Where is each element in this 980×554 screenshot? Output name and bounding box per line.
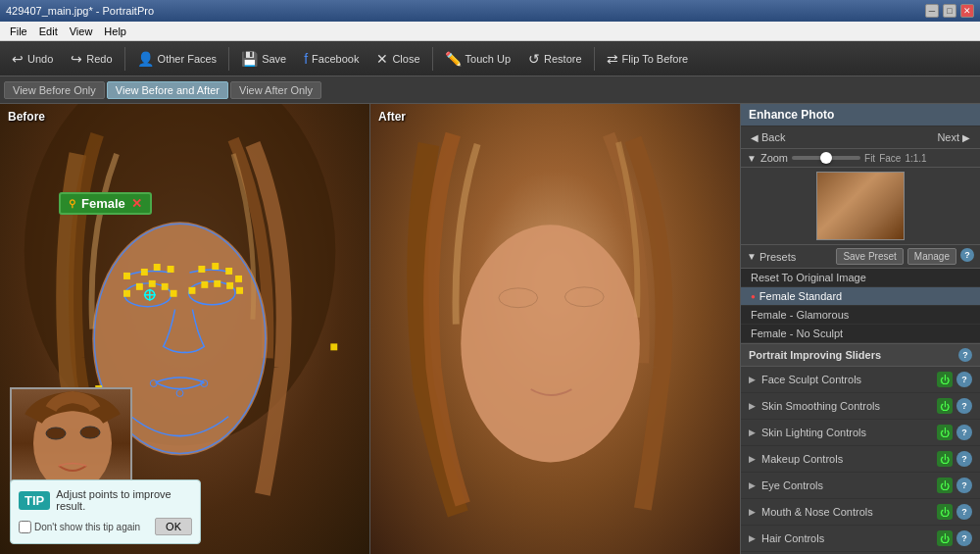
slider-power-button[interactable]: ⏻ [937,425,953,440]
gender-close-icon[interactable]: ✕ [131,196,142,211]
view-before-after-button[interactable]: View Before and After [107,81,228,99]
back-button[interactable]: ◀ Back [747,129,789,145]
close-button[interactable]: ✕ Close [368,45,427,73]
svg-point-18 [145,290,155,300]
slider-help-button[interactable]: ? [956,478,972,493]
zoom-face-label[interactable]: Face [879,153,901,164]
slider-row[interactable]: ▶ Skin Lighting Controls ⏻ ? [741,420,980,446]
preset-item[interactable]: Female - No Sculpt [741,325,980,343]
menu-file[interactable]: File [4,22,33,41]
svg-point-37 [564,287,604,307]
faces-icon: 👤 [137,51,154,67]
tip-dont-show-checkbox[interactable] [19,521,31,533]
slider-row[interactable]: ▶ Skin Smoothing Controls ⏻ ? [741,393,980,420]
slider-row[interactable]: ▶ Face Sculpt Controls ⏻ ? [741,367,980,393]
slider-row[interactable]: ▶ Makeup Controls ⏻ ? [741,446,980,473]
before-image: Before [0,104,369,554]
slider-controls: ⏻ ? [937,372,972,387]
slider-controls: ⏻ ? [937,425,972,440]
zoom-fit-label[interactable]: Fit [864,153,875,164]
facebook-button[interactable]: f Facebook [296,45,367,73]
menu-help[interactable]: Help [98,22,132,41]
svg-rect-13 [123,290,130,297]
svg-rect-12 [235,276,242,282]
redo-button[interactable]: ↪ Redo [63,45,120,73]
zoom-label: Zoom [760,152,788,164]
slider-help-button[interactable]: ? [956,372,972,387]
enhance-header: Enhance Photo [741,104,980,126]
svg-rect-15 [149,280,156,287]
titlebar-controls: ─ □ ✕ [925,4,974,18]
preset-item[interactable]: ●Female Standard [741,287,980,306]
slider-power-button[interactable]: ⏻ [937,530,953,546]
slider-power-button[interactable]: ⏻ [937,478,953,493]
slider-power-button[interactable]: ⏻ [937,398,953,414]
tip-ok-button[interactable]: OK [155,518,192,535]
preset-item[interactable]: Reset To Original Image [741,269,980,287]
presets-help-icon[interactable]: ? [960,248,974,262]
minimize-button[interactable]: ─ [925,4,939,18]
tip-dont-show-label[interactable]: Don't show this tip again [19,521,140,533]
back-arrow-icon: ◀ [751,132,759,143]
titlebar-title: 429407_main.jpg* - PortraitPro [6,5,154,17]
slider-help-button[interactable]: ? [956,451,972,467]
undo-icon: ↩ [12,51,24,67]
slider-controls: ⏻ ? [937,398,972,414]
preset-item-label: Female Standard [760,290,842,302]
slider-name: Skin Smoothing Controls [761,400,937,412]
other-faces-button[interactable]: 👤 Other Faces [129,45,225,73]
preset-item[interactable]: Female - Glamorous [741,306,980,325]
view-after-only-button[interactable]: View After Only [230,81,321,99]
menu-view[interactable]: View [64,22,99,41]
after-label: After [378,110,406,124]
flip-to-before-button[interactable]: ⇄ Flip To Before [599,45,697,73]
enhance-title: Enhance Photo [749,108,834,122]
window-close-button[interactable]: ✕ [960,4,974,18]
save-preset-button[interactable]: Save Preset [836,248,903,265]
zoom-value-label: 1:1.1 [905,153,926,164]
preview-thumbnail [816,172,905,240]
slider-power-button[interactable]: ⏻ [937,372,953,387]
maximize-button[interactable]: □ [943,4,956,18]
slider-help-button[interactable]: ? [956,504,972,520]
slider-name: Hair Controls [761,532,937,544]
slider-name: Skin Lighting Controls [761,427,937,438]
toolbar-separator-4 [594,47,595,71]
slider-row[interactable]: ▶ Eye Controls ⏻ ? [741,473,980,499]
slider-expand-arrow: ▶ [749,428,756,437]
slider-name: Makeup Controls [761,453,937,465]
menubar: File Edit View Help [0,22,980,41]
view-before-only-button[interactable]: View Before Only [4,81,105,99]
presets-collapse-arrow[interactable]: ▼ [747,251,757,262]
slider-power-button[interactable]: ⏻ [937,451,953,467]
svg-point-28 [201,380,208,387]
touch-up-icon: ✏️ [445,51,462,67]
menu-edit[interactable]: Edit [33,22,64,41]
manage-presets-button[interactable]: Manage [907,248,956,265]
titlebar: 429407_main.jpg* - PortraitPro ─ □ ✕ [0,0,980,22]
preset-item-label: Female - Glamorous [751,309,849,321]
facebook-icon: f [304,51,308,67]
zoom-collapse-arrow[interactable]: ▼ [747,153,757,164]
slider-row[interactable]: ▶ Hair Controls ⏻ ? [741,526,980,552]
sliders-help-icon[interactable]: ? [958,348,972,362]
save-button[interactable]: 💾 Save [233,45,294,73]
slider-power-button[interactable]: ⏻ [937,504,953,520]
svg-rect-11 [225,268,232,275]
zoom-row: ▼ Zoom Fit Face 1:1.1 [741,149,980,168]
tip-header: TIP Adjust points to improve result. [19,488,192,512]
svg-point-34 [80,427,100,438]
touch-up-button[interactable]: ✏️ Touch Up [437,45,518,73]
slider-help-button[interactable]: ? [956,425,972,440]
slider-help-button[interactable]: ? [956,398,972,414]
gender-icon: ⚲ [69,198,75,209]
next-button[interactable]: Next ▶ [933,129,974,145]
preview-area [741,168,980,245]
svg-rect-23 [214,280,220,287]
undo-button[interactable]: ↩ Undo [4,45,61,73]
slider-expand-arrow: ▶ [749,533,756,543]
zoom-slider[interactable] [792,156,860,160]
slider-row[interactable]: ▶ Mouth & Nose Controls ⏻ ? [741,499,980,526]
restore-button[interactable]: ↺ Restore [520,45,590,73]
slider-help-button[interactable]: ? [956,530,972,546]
